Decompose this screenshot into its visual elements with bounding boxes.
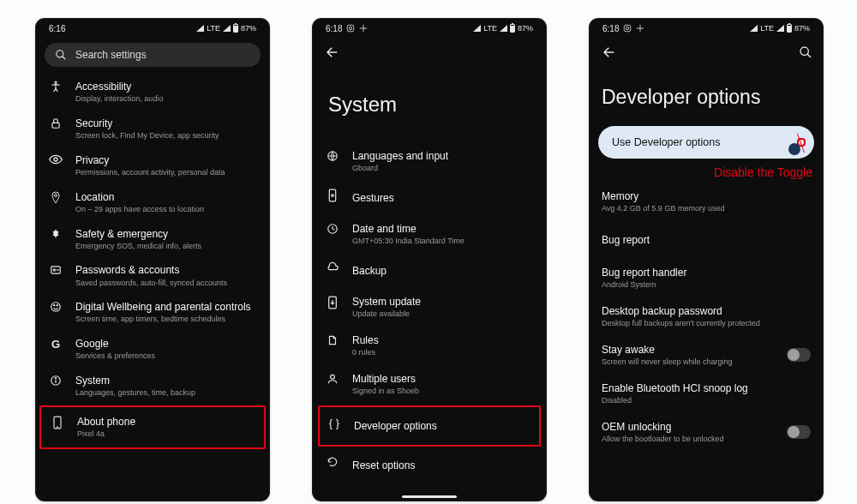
settings-item-location[interactable]: LocationOn – 29 apps have access to loca… — [36, 184, 269, 221]
svg-rect-3 — [52, 123, 59, 128]
stay-awake-switch[interactable] — [787, 348, 811, 362]
page-title: Developer options — [590, 67, 823, 126]
signal-icon-2 — [500, 25, 507, 32]
settings-item-safety[interactable]: Safety & emergencyEmergency SOS, medical… — [36, 221, 269, 258]
system-item-reset[interactable]: Reset options — [313, 448, 546, 483]
svg-point-8 — [51, 303, 61, 312]
svg-line-1 — [63, 57, 66, 60]
svg-point-13 — [55, 378, 56, 379]
svg-point-26 — [800, 47, 808, 55]
settings-item-accessibility[interactable]: AccessibilityDisplay, interaction, audio — [36, 74, 269, 111]
signal-icon — [750, 25, 758, 32]
item-title: Memory — [602, 189, 811, 203]
status-time: 6:16 — [49, 24, 65, 33]
system-item-users[interactable]: Multiple usersSigned in as Shoeb — [313, 365, 546, 404]
eye-icon — [49, 154, 63, 165]
system-list: Languages and inputGboard Gestures Date … — [313, 139, 546, 483]
system-update-icon — [327, 296, 338, 309]
medical-icon — [50, 228, 62, 240]
settings-item-google[interactable]: G GoogleServices & preferences — [36, 331, 269, 368]
search-icon — [799, 45, 812, 59]
svg-point-25 — [626, 27, 629, 29]
item-sub: Desktop full backups aren't currently pr… — [602, 319, 811, 329]
dev-item-bugreport[interactable]: Bug report — [590, 221, 823, 259]
system-item-gestures[interactable]: Gestures — [313, 181, 546, 215]
status-batt: 87% — [794, 24, 810, 33]
settings-item-passwords[interactable]: Passwords & accountsSaved passwords, aut… — [36, 257, 269, 294]
svg-point-23 — [331, 375, 335, 379]
system-item-languages[interactable]: Languages and inputGboard — [313, 142, 546, 181]
item-sub: Allow the bootloader to be unlocked — [602, 435, 787, 445]
svg-point-2 — [55, 81, 57, 83]
dev-item-memory[interactable]: MemoryAvg 4.2 GB of 5.9 GB memory used — [590, 183, 823, 221]
status-time: 6:18 — [326, 24, 342, 33]
status-net: LTE — [207, 24, 220, 33]
signal-icon-2 — [223, 25, 231, 32]
dev-item-bt-hci[interactable]: Enable Bluetooth HCI snoop logDisabled — [590, 375, 823, 413]
svg-point-7 — [53, 269, 55, 271]
settings-item-system[interactable]: SystemLanguages, gestures, time, backup — [36, 368, 269, 405]
back-button[interactable] — [323, 43, 342, 62]
page-title: System — [313, 67, 546, 139]
item-title: Digital Wellbeing and parental controls — [75, 300, 257, 314]
system-item-update[interactable]: System updateUpdate available — [313, 288, 546, 327]
globe-icon — [327, 150, 339, 162]
location-icon — [51, 191, 61, 205]
item-title: Location — [75, 190, 257, 204]
system-item-developer[interactable]: { } Developer options — [318, 405, 541, 447]
item-title: Passwords & accounts — [75, 263, 257, 277]
search-icon — [55, 49, 67, 61]
system-item-backup[interactable]: Backup — [313, 254, 546, 288]
item-sub: Android System — [602, 280, 811, 291]
phone-developer-options: 6:18 LTE 87% Developer options Use Devel… — [590, 19, 823, 501]
dev-item-desktop-backup[interactable]: Desktop backup passwordDesktop full back… — [590, 297, 823, 336]
system-item-datetime[interactable]: Date and timeGMT+05:30 India Standard Ti… — [313, 215, 546, 254]
settings-item-security[interactable]: SecurityScreen lock, Find My Device, app… — [36, 111, 269, 147]
item-title: Safety & emergency — [75, 227, 257, 241]
dev-options-list: MemoryAvg 4.2 GB of 5.9 GB memory used B… — [590, 179, 823, 451]
item-title: Bug report handler — [602, 266, 811, 279]
arrow-left-icon — [602, 45, 617, 60]
battery-icon — [510, 24, 515, 33]
battery-icon — [787, 24, 792, 33]
item-title: Backup — [352, 261, 534, 281]
search-button[interactable] — [799, 45, 812, 59]
instagram-icon — [623, 24, 632, 33]
item-sub: Screen will never sleep while charging — [602, 357, 787, 368]
status-net: LTE — [760, 24, 774, 33]
item-title: Privacy — [75, 153, 257, 167]
item-title: OEM unlocking — [602, 420, 787, 434]
gestures-icon — [327, 189, 338, 202]
lock-icon — [50, 117, 62, 129]
item-sub: Saved passwords, auto-fill, synced accou… — [75, 279, 257, 289]
svg-line-27 — [807, 54, 811, 57]
oem-unlock-switch[interactable] — [787, 425, 811, 439]
arrow-left-icon — [325, 45, 340, 60]
dev-item-bugreport-handler[interactable]: Bug report handlerAndroid System — [590, 259, 823, 297]
search-placeholder: Search settings — [75, 49, 147, 61]
item-title: About phone — [77, 415, 255, 429]
system-item-rules[interactable]: Rules0 rules — [313, 327, 546, 365]
signal-icon — [196, 25, 204, 32]
item-sub: Services & preferences — [75, 351, 257, 362]
dev-item-oem-unlock[interactable]: OEM unlockingAllow the bootloader to be … — [590, 413, 823, 452]
use-developer-options-toggle-card[interactable]: Use Developer options — [598, 126, 814, 159]
settings-item-privacy[interactable]: PrivacyPermissions, account activity, pe… — [36, 147, 269, 184]
settings-item-wellbeing[interactable]: Digital Wellbeing and parental controlsS… — [36, 294, 269, 331]
settings-item-about-phone[interactable]: About phonePixel 4a — [39, 405, 266, 449]
item-title: Accessibility — [75, 80, 257, 93]
top-bar — [313, 38, 546, 67]
item-sub: Emergency SOS, medical info, alerts — [75, 242, 257, 252]
item-title: Google — [75, 337, 257, 351]
dev-item-stay-awake[interactable]: Stay awakeScreen will never sleep while … — [590, 336, 823, 375]
users-icon — [327, 373, 339, 385]
svg-point-9 — [54, 305, 55, 306]
back-button[interactable] — [600, 43, 619, 62]
svg-point-5 — [55, 194, 57, 196]
battery-icon — [233, 24, 238, 33]
svg-rect-24 — [625, 25, 632, 32]
search-input[interactable]: Search settings — [45, 43, 261, 67]
instagram-icon — [346, 24, 355, 33]
home-indicator[interactable] — [402, 495, 457, 498]
item-title: Languages and input — [352, 149, 534, 163]
